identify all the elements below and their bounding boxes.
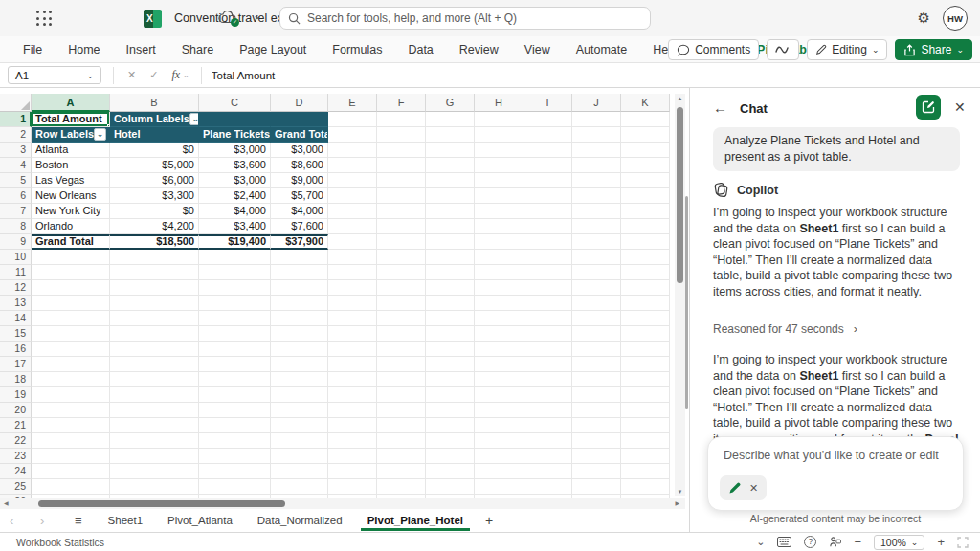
cell-J15[interactable] [572, 326, 621, 342]
all-sheets-menu-icon[interactable]: ≡ [75, 514, 82, 528]
cell-B7[interactable]: $0 [110, 204, 199, 219]
cell-G17[interactable] [426, 357, 475, 372]
cell-C8[interactable]: $3,400 [199, 219, 271, 234]
horizontal-scrollbar[interactable]: ◀ ▶ [0, 498, 685, 509]
cell-B8[interactable]: $4,200 [110, 219, 199, 234]
cell-G24[interactable] [426, 464, 475, 479]
ribbon-tab-home[interactable]: Home [68, 43, 100, 56]
cell-D17[interactable] [271, 357, 328, 372]
cell-I8[interactable] [523, 219, 572, 234]
cell-J4[interactable] [572, 158, 621, 173]
cell-I7[interactable] [523, 204, 572, 219]
cell-F1[interactable] [377, 112, 426, 127]
scroll-down-icon[interactable]: ▼ [675, 489, 685, 495]
row-header-25[interactable]: 25 [0, 479, 32, 495]
cell-H19[interactable] [475, 387, 523, 403]
cell-E11[interactable] [328, 265, 377, 280]
filter-dropdown-icon-B1[interactable]: ⌄ [189, 113, 199, 125]
row-header-7[interactable]: 7 [0, 204, 32, 219]
row-header-6[interactable]: 6 [0, 188, 32, 204]
row-header-13[interactable]: 13 [0, 296, 32, 311]
cell-G7[interactable] [426, 204, 475, 219]
row-header-10[interactable]: 10 [0, 250, 32, 265]
select-all-corner[interactable] [0, 94, 32, 112]
cell-B20[interactable] [110, 403, 199, 418]
cell-B9[interactable]: $18,500 [110, 234, 199, 250]
cell-B12[interactable] [110, 280, 199, 296]
cell-G21[interactable] [426, 418, 475, 433]
row-header-22[interactable]: 22 [0, 433, 32, 449]
cell-H24[interactable] [475, 464, 523, 479]
cell-F16[interactable] [377, 342, 426, 357]
cell-A4[interactable]: Boston [32, 158, 110, 173]
cell-J10[interactable] [572, 250, 621, 265]
back-arrow-icon[interactable]: ← [713, 99, 727, 116]
search-bar[interactable] [279, 7, 651, 30]
cell-C25[interactable] [199, 479, 271, 495]
cell-I4[interactable] [523, 158, 572, 173]
cell-K25[interactable] [621, 479, 670, 495]
cell-E5[interactable] [328, 173, 377, 188]
row-header-19[interactable]: 19 [0, 387, 32, 403]
cell-H2[interactable] [475, 127, 523, 143]
cell-A18[interactable] [32, 372, 110, 387]
cell-K7[interactable] [621, 204, 670, 219]
sheet-tab-pivot-plane-hotel[interactable]: Pivot_Plane_Hotel [355, 509, 476, 532]
row-header-24[interactable]: 24 [0, 464, 32, 479]
help-icon[interactable]: ? [804, 536, 816, 548]
cell-F15[interactable] [377, 326, 426, 342]
cell-C16[interactable] [199, 342, 271, 357]
cell-I21[interactable] [523, 418, 572, 433]
cell-K24[interactable] [621, 464, 670, 479]
cell-E20[interactable] [328, 403, 377, 418]
cell-C1[interactable] [199, 112, 271, 127]
cell-B6[interactable]: $3,300 [110, 188, 199, 204]
cell-D8[interactable]: $7,600 [271, 219, 328, 234]
cell-G11[interactable] [426, 265, 475, 280]
chevron-down-icon[interactable]: ⌄ [756, 536, 765, 548]
column-header-F[interactable]: F [377, 94, 426, 112]
cell-C6[interactable]: $2,400 [199, 188, 271, 204]
edit-mode-chip[interactable]: ✕ [720, 475, 767, 500]
cell-J20[interactable] [572, 403, 621, 418]
sheet-tab-data-normalized[interactable]: Data_Normalized [245, 509, 355, 532]
cell-C2[interactable]: Plane Tickets [199, 127, 271, 143]
cell-G1[interactable] [426, 112, 475, 127]
ribbon-tab-automate[interactable]: Automate [576, 43, 628, 56]
cell-C14[interactable] [199, 311, 271, 326]
cell-C11[interactable] [199, 265, 271, 280]
scroll-up-icon[interactable]: ▲ [675, 96, 685, 101]
cell-D20[interactable] [271, 403, 328, 418]
cell-E23[interactable] [328, 449, 377, 464]
cell-H12[interactable] [475, 280, 523, 296]
column-header-G[interactable]: G [426, 94, 475, 112]
cell-J21[interactable] [572, 418, 621, 433]
cell-C15[interactable] [199, 326, 271, 342]
ribbon-tab-insert[interactable]: Insert [126, 43, 156, 56]
column-header-I[interactable]: I [523, 94, 572, 112]
cell-E14[interactable] [328, 311, 377, 326]
cell-J23[interactable] [572, 449, 621, 464]
cell-K3[interactable] [621, 143, 670, 158]
cell-J25[interactable] [572, 479, 621, 495]
cell-A3[interactable]: Atlanta [32, 143, 110, 158]
cell-E24[interactable] [328, 464, 377, 479]
cell-G9[interactable] [426, 234, 475, 250]
cell-H4[interactable] [475, 158, 523, 173]
cell-K17[interactable] [621, 357, 670, 372]
cell-I5[interactable] [523, 173, 572, 188]
cell-B2[interactable]: Hotel [110, 127, 199, 143]
sheet-tab-pivot-atlanta[interactable]: Pivot_Atlanta [155, 509, 245, 532]
cell-K9[interactable] [621, 234, 670, 250]
cell-H21[interactable] [475, 418, 523, 433]
cell-K5[interactable] [621, 173, 670, 188]
ribbon-tab-data[interactable]: Data [408, 43, 433, 56]
cell-H5[interactable] [475, 173, 523, 188]
cell-A6[interactable]: New Orleans [32, 188, 110, 204]
cell-B15[interactable] [110, 326, 199, 342]
confirm-entry-icon[interactable]: ✓ [149, 69, 158, 81]
cell-G3[interactable] [426, 143, 475, 158]
cell-B5[interactable]: $6,000 [110, 173, 199, 188]
cell-I6[interactable] [523, 188, 572, 204]
cell-E8[interactable] [328, 219, 377, 234]
